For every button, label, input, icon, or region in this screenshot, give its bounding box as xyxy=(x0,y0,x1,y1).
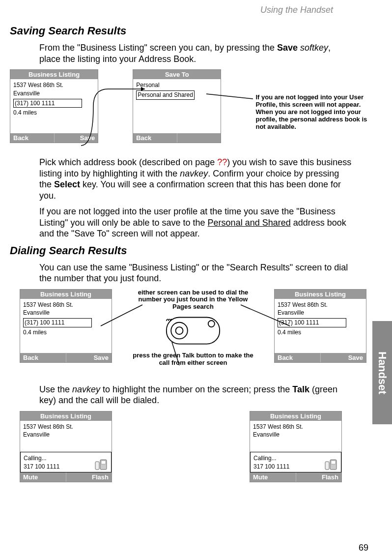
softkey-save[interactable]: Save xyxy=(66,353,112,362)
listing-city: Evansville xyxy=(253,431,338,439)
softkey-back[interactable]: Back xyxy=(10,133,55,143)
save-option-personal-shared-highlighted[interactable]: Personal and Shared xyxy=(136,90,195,100)
para-not-logged-in: If you are not logged into the user prof… xyxy=(39,206,354,239)
listing-city: Evansville xyxy=(278,309,363,317)
page-number: 69 xyxy=(359,543,368,553)
svg-rect-10 xyxy=(101,461,106,464)
screen-save-to: Save To Personal Personal and Shared Bac… xyxy=(133,69,221,143)
svg-rect-14 xyxy=(325,462,329,470)
svg-point-3 xyxy=(171,323,188,339)
section-title-dialing: Dialing Search Results xyxy=(10,244,383,257)
listing-distance: 0.4 miles xyxy=(23,328,109,337)
annotation-profile-note: If you are not logged into your User Pro… xyxy=(255,94,373,131)
listing-address: 1537 West 86th St. xyxy=(13,81,95,89)
svg-rect-11 xyxy=(95,462,99,470)
softkey-save[interactable]: Save xyxy=(321,353,366,362)
listing-address: 1537 West 86th St. xyxy=(278,301,363,309)
screen-business-listing-2: Business Listing 1537 West 86th St. Evan… xyxy=(20,289,112,363)
listing-phone-highlighted[interactable]: (317) 100 1111 xyxy=(278,318,346,327)
softkey-back[interactable]: Back xyxy=(20,353,66,362)
svg-point-5 xyxy=(208,321,215,327)
softkey-flash[interactable]: Flash xyxy=(66,472,112,482)
svg-rect-2 xyxy=(167,318,220,344)
phone-title: Business Listing xyxy=(20,290,112,299)
listing-distance: 0.4 miles xyxy=(13,109,95,117)
phone-icon xyxy=(94,458,109,471)
listing-address: 1537 West 86th St. xyxy=(253,423,338,431)
phone-title: Business Listing xyxy=(275,290,366,299)
svg-rect-13 xyxy=(331,461,336,464)
softkey-flash[interactable]: Flash xyxy=(296,472,342,482)
annotation-either-screen: either screen can be used to dial the nu… xyxy=(132,289,254,311)
calling-popup: Calling... 317 100 1111 xyxy=(250,452,341,472)
svg-point-4 xyxy=(176,327,183,334)
listing-city: Evansville xyxy=(23,309,109,317)
listing-address: 1537 West 86th St. xyxy=(23,423,109,431)
softkey-mute[interactable]: Mute xyxy=(250,472,296,482)
phone-icon xyxy=(324,458,339,471)
screen-calling-2: Business Listing 1537 West 86th St. Evan… xyxy=(250,411,342,482)
phone-title: Save To xyxy=(133,70,221,79)
softkey-mute[interactable]: Mute xyxy=(20,472,66,482)
para-use-navkey: Use the navkey to highlight the number o… xyxy=(39,384,354,406)
section-title-saving: Saving Search Results xyxy=(10,25,383,37)
chapter-title: Using the Handset xyxy=(260,5,333,15)
softkey-back[interactable]: Back xyxy=(275,353,321,362)
listing-city: Evansville xyxy=(23,431,109,439)
intro-paragraph-1: From the "Business Listing" screen you c… xyxy=(39,42,354,64)
phone-title: Business Listing xyxy=(250,411,341,421)
side-tab-handset: Handset xyxy=(372,321,392,424)
calling-popup: Calling... 317 100 1111 xyxy=(20,452,112,472)
softkey-save[interactable]: Save xyxy=(55,133,98,143)
screen-business-listing-1: Business Listing 1537 West 86th St. Evan… xyxy=(10,69,98,143)
phone-title: Business Listing xyxy=(10,70,98,79)
phone-title: Business Listing xyxy=(20,411,112,421)
save-option-personal[interactable]: Personal xyxy=(136,81,218,89)
intro-paragraph-2: You can use the same "Business Listing" … xyxy=(39,262,354,284)
listing-distance: 0.4 miles xyxy=(278,328,363,337)
softkey-back[interactable]: Back xyxy=(133,133,177,143)
screen-business-listing-3: Business Listing 1537 West 86th St. Evan… xyxy=(274,289,366,363)
softkey-blank xyxy=(177,133,221,143)
listing-city: Evansville xyxy=(13,89,95,98)
listing-address: 1537 West 86th St. xyxy=(23,301,109,309)
para-pick-addressbook: Pick which address book (described on pa… xyxy=(39,157,354,201)
screen-calling-1: Business Listing 1537 West 86th St. Evan… xyxy=(20,411,112,482)
listing-phone-highlighted[interactable]: (317) 100 1111 xyxy=(13,99,82,108)
listing-phone-highlighted[interactable]: (317) 100 1111 xyxy=(23,318,92,327)
annotation-press-talk: press the green Talk button to make the … xyxy=(132,352,254,367)
navkey-diagram xyxy=(156,314,230,348)
